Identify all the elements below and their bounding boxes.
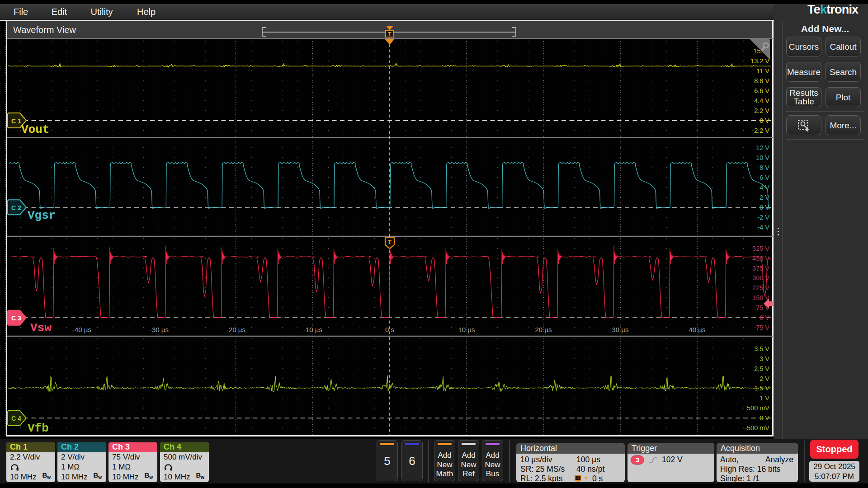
svg-text:3 V: 3 V <box>760 355 769 362</box>
svg-text:6 V: 6 V <box>760 174 769 181</box>
svg-text:Vfb: Vfb <box>28 422 49 435</box>
svg-text:1 V: 1 V <box>760 394 769 402</box>
svg-text:500 mV: 500 mV <box>747 404 769 412</box>
svg-text:-2 V: -2 V <box>757 214 769 221</box>
svg-text:4 V: 4 V <box>760 184 769 191</box>
svg-text:525 V: 525 V <box>752 245 769 252</box>
svg-text:C 2: C 2 <box>11 204 21 211</box>
svg-text:2.2 V: 2.2 V <box>754 107 769 114</box>
svg-text:450 V: 450 V <box>752 255 769 262</box>
svg-text:30 µs: 30 µs <box>612 326 629 333</box>
svg-text:Vout: Vout <box>21 123 49 136</box>
svg-text:4.4 V: 4.4 V <box>754 97 769 104</box>
svg-text:C 3: C 3 <box>11 314 21 322</box>
svg-text:2.5 V: 2.5 V <box>754 365 769 372</box>
svg-text:10 V: 10 V <box>756 154 769 161</box>
svg-text:2 V: 2 V <box>760 375 769 382</box>
svg-text:0 V: 0 V <box>760 314 769 321</box>
svg-text:Vsw: Vsw <box>30 321 52 335</box>
svg-text:-20 µs: -20 µs <box>226 326 245 333</box>
svg-text:-30 µs: -30 µs <box>150 326 169 333</box>
svg-text:6.6 V: 6.6 V <box>754 87 769 94</box>
svg-text:40 µs: 40 µs <box>689 326 706 333</box>
svg-text:0 V: 0 V <box>760 204 769 211</box>
svg-text:-75 V: -75 V <box>754 324 769 331</box>
svg-text:225 V: 225 V <box>752 284 769 291</box>
svg-text:-10 µs: -10 µs <box>303 326 322 333</box>
svg-text:-4 V: -4 V <box>757 224 769 231</box>
svg-text:C 1: C 1 <box>11 117 21 125</box>
svg-text:Vgsr: Vgsr <box>28 209 56 222</box>
svg-text:12 V: 12 V <box>756 144 769 151</box>
svg-text:1.5 V: 1.5 V <box>754 385 769 392</box>
svg-text:-500 mV: -500 mV <box>745 424 769 432</box>
svg-text:20 µs: 20 µs <box>535 326 552 333</box>
svg-text:300 V: 300 V <box>752 274 769 282</box>
svg-text:10 µs: 10 µs <box>458 326 475 333</box>
svg-text:3.5 V: 3.5 V <box>754 345 769 352</box>
svg-text:C 4: C 4 <box>11 415 21 422</box>
svg-text:0 s: 0 s <box>385 326 394 333</box>
svg-text:8.8 V: 8.8 V <box>754 77 769 84</box>
svg-text:13.2 V: 13.2 V <box>750 57 769 65</box>
svg-text:0 V: 0 V <box>760 414 769 422</box>
svg-text:2 V: 2 V <box>760 194 769 201</box>
svg-text:375 V: 375 V <box>752 265 769 272</box>
svg-text:-2.2 V: -2.2 V <box>752 127 769 134</box>
svg-text:11 V: 11 V <box>756 67 769 75</box>
svg-text:T: T <box>577 476 580 480</box>
svg-text:0 V: 0 V <box>760 117 769 124</box>
svg-text:8 V: 8 V <box>760 164 769 171</box>
svg-text:T: T <box>388 239 392 245</box>
svg-text:-40 µs: -40 µs <box>72 326 91 333</box>
